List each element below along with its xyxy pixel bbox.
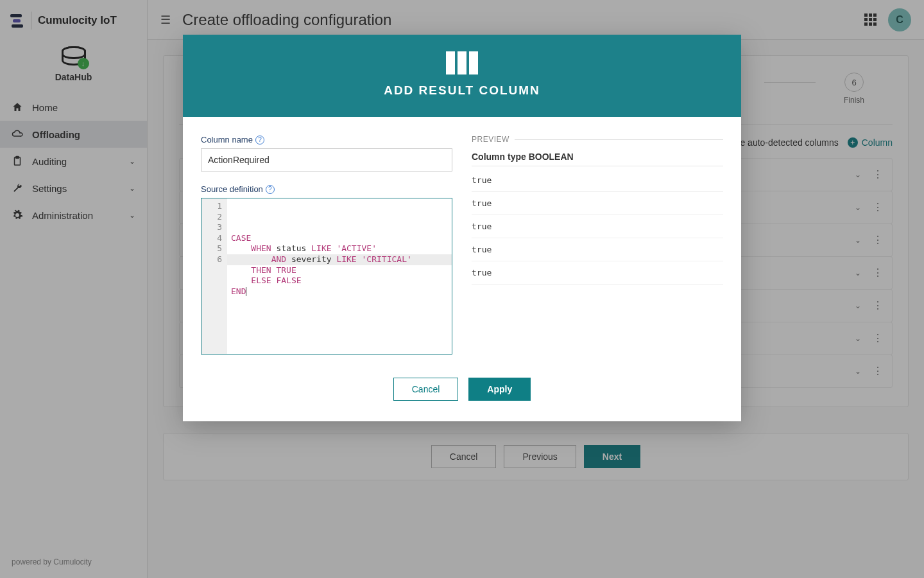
preview-label: PREVIEW xyxy=(472,135,723,144)
modal-title: ADD RESULT COLUMN xyxy=(196,83,728,98)
source-definition-editor[interactable]: 123456 CASE WHEN status LIKE 'ACTIVE' AN… xyxy=(201,198,452,355)
preview-row: true xyxy=(472,192,723,215)
modal-scrim: ADD RESULT COLUMN Column name ? Source d… xyxy=(0,0,924,578)
column-name-label: Column name ? xyxy=(201,135,452,144)
editor-gutter: 123456 xyxy=(201,198,227,354)
modal-footer: Cancel Apply xyxy=(183,367,741,421)
modal-header: ADD RESULT COLUMN xyxy=(183,35,741,117)
source-definition-label: Source definition ? xyxy=(201,184,452,194)
preview-row: true xyxy=(472,261,723,285)
column-name-input[interactable] xyxy=(201,148,452,171)
columns-icon xyxy=(196,51,728,74)
preview-row: true xyxy=(472,238,723,261)
preview-list: truetruetruetruetrue xyxy=(472,169,723,285)
column-type: Column type BOOLEAN xyxy=(472,152,723,166)
help-icon[interactable]: ? xyxy=(266,185,275,194)
preview-row: true xyxy=(472,169,723,192)
preview-row: true xyxy=(472,215,723,238)
editor-code: CASE WHEN status LIKE 'ACTIVE' AND sever… xyxy=(227,198,452,354)
add-result-column-modal: ADD RESULT COLUMN Column name ? Source d… xyxy=(183,35,741,421)
modal-cancel-button[interactable]: Cancel xyxy=(393,378,459,401)
modal-apply-button[interactable]: Apply xyxy=(468,378,531,401)
help-icon[interactable]: ? xyxy=(255,136,264,144)
